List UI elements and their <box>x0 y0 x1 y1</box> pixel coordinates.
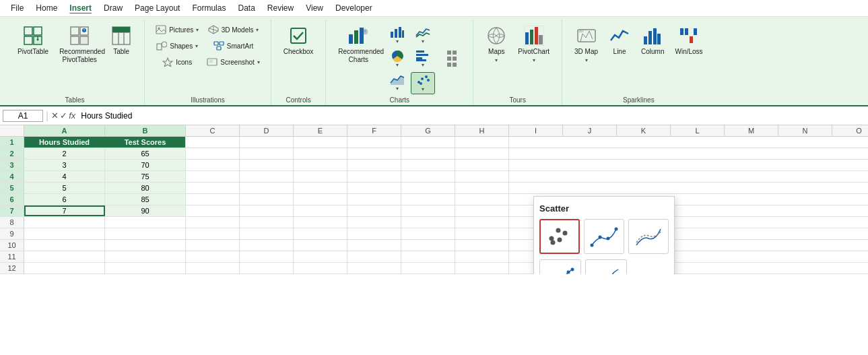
cell-g2[interactable] <box>401 148 455 159</box>
scatter-smooth-lines-markers-button[interactable] <box>584 219 624 254</box>
cell-b5[interactable]: 80 <box>105 183 186 193</box>
scatter-straight-markers-button[interactable] <box>539 259 581 274</box>
row-header-7[interactable]: 7 <box>0 205 24 216</box>
cell-d6[interactable] <box>240 194 294 205</box>
cell-c3[interactable] <box>186 160 240 170</box>
recommended-pivot-button[interactable]: ? Recommended PivotTables <box>55 22 104 71</box>
3d-models-button[interactable]: 3D Models ▾ <box>204 22 263 37</box>
3d-map-button[interactable]: 3D 3D Map ▾ <box>570 22 602 71</box>
menu-home[interactable]: Home <box>30 1 63 15</box>
sparkline-column-button[interactable]: Column <box>637 22 668 71</box>
cell-a5[interactable]: 5 <box>24 183 105 193</box>
pie-chart-button[interactable]: ▾ <box>385 49 409 69</box>
cell-d3[interactable] <box>240 160 294 170</box>
bar-chart-button[interactable]: ▾ <box>411 49 435 69</box>
menu-page-layout[interactable]: Page Layout <box>129 1 185 15</box>
column-chart-button[interactable]: ▾ <box>385 25 409 46</box>
confirm-input-icon[interactable]: ✓ <box>60 110 67 121</box>
cell-b2[interactable]: 65 <box>105 148 186 159</box>
cell-d1[interactable] <box>240 137 294 148</box>
maps-button[interactable]: Maps ▾ <box>481 22 511 71</box>
cell-f6[interactable] <box>347 194 401 205</box>
cell-e5[interactable] <box>294 183 347 193</box>
cell-f3[interactable] <box>347 160 401 170</box>
scatter-smooth-lines-button[interactable] <box>628 219 669 254</box>
scatter-chart-button[interactable]: ▾ <box>411 72 435 94</box>
row-header-12[interactable]: 12 <box>0 263 24 273</box>
cancel-input-icon[interactable]: ✕ <box>51 110 59 121</box>
area-chart-button[interactable]: ▾ <box>385 72 409 94</box>
row-header-2[interactable]: 2 <box>0 148 24 159</box>
col-header-j[interactable]: J <box>563 125 617 136</box>
cell-c7[interactable] <box>186 205 240 216</box>
win-loss-button[interactable]: Win/Loss <box>671 22 707 71</box>
cell-a3[interactable]: 3 <box>24 160 105 170</box>
pivot-table-button[interactable]: PivotTable <box>13 22 53 71</box>
col-header-h[interactable]: H <box>455 125 509 136</box>
row-header-3[interactable]: 3 <box>0 160 24 170</box>
scatter-dots-button[interactable] <box>539 219 580 254</box>
col-header-g[interactable]: G <box>401 125 455 136</box>
cell-f1[interactable] <box>347 137 401 148</box>
cell-reference-input[interactable] <box>3 110 43 122</box>
col-header-k[interactable]: K <box>617 125 671 136</box>
icons-button[interactable]: Icons <box>153 55 201 69</box>
col-header-a[interactable]: A <box>24 125 105 136</box>
cell-h7[interactable] <box>455 205 509 216</box>
cell-g4[interactable] <box>401 171 455 182</box>
cell-b6[interactable]: 85 <box>105 194 186 205</box>
cell-a7[interactable]: 7 <box>24 205 105 216</box>
cell-h1[interactable] <box>455 137 509 148</box>
col-header-n[interactable]: N <box>778 125 832 136</box>
menu-file[interactable]: File <box>5 1 29 15</box>
cell-h6[interactable] <box>455 194 509 205</box>
cell-a4[interactable]: 4 <box>24 171 105 182</box>
col-header-d[interactable]: D <box>240 125 294 136</box>
cell-b7[interactable]: 90 <box>105 205 186 216</box>
cell-a2[interactable]: 2 <box>24 148 105 159</box>
cell-a6[interactable]: 6 <box>24 194 105 205</box>
cell-c1[interactable] <box>186 137 240 148</box>
pictures-button[interactable]: Pictures ▾ <box>153 22 201 37</box>
cell-b1[interactable]: Test Scores <box>105 137 186 148</box>
other-charts-button[interactable] <box>440 48 465 69</box>
cell-c4[interactable] <box>186 171 240 182</box>
cell-b3[interactable]: 70 <box>105 160 186 170</box>
cell-g3[interactable] <box>401 160 455 170</box>
cell-c2[interactable] <box>186 148 240 159</box>
menu-draw[interactable]: Draw <box>98 1 128 15</box>
cell-h5[interactable] <box>455 183 509 193</box>
col-header-b[interactable]: B <box>105 125 186 136</box>
screenshot-button[interactable]: Screenshot ▾ <box>204 55 263 69</box>
formula-input[interactable] <box>78 111 865 121</box>
cell-f4[interactable] <box>347 171 401 182</box>
cell-a1[interactable]: Hours Studied <box>24 137 105 148</box>
cell-h2[interactable] <box>455 148 509 159</box>
col-header-m[interactable]: M <box>725 125 778 136</box>
cell-g1[interactable] <box>401 137 455 148</box>
cell-h4[interactable] <box>455 171 509 182</box>
menu-formulas[interactable]: Formulas <box>187 1 231 15</box>
cell-d7[interactable] <box>240 205 294 216</box>
menu-developer[interactable]: Developer <box>330 1 378 15</box>
cell-g7[interactable] <box>401 205 455 216</box>
cell-g5[interactable] <box>401 183 455 193</box>
menu-insert[interactable]: Insert <box>64 1 97 15</box>
col-header-f[interactable]: F <box>347 125 401 136</box>
col-header-c[interactable]: C <box>186 125 240 136</box>
col-header-o[interactable]: O <box>832 125 868 136</box>
cell-f5[interactable] <box>347 183 401 193</box>
line-chart-button[interactable]: ▾ <box>411 25 435 46</box>
cell-b4[interactable]: 75 <box>105 171 186 182</box>
col-header-l[interactable]: L <box>671 125 725 136</box>
cell-c8[interactable] <box>186 217 240 228</box>
pivot-chart-button[interactable]: PivotChart ▾ <box>514 22 554 71</box>
row-header-10[interactable]: 10 <box>0 240 24 251</box>
cell-f7[interactable] <box>347 205 401 216</box>
menu-view[interactable]: View <box>300 1 329 15</box>
row-header-1[interactable]: 1 <box>0 137 24 148</box>
cell-g6[interactable] <box>401 194 455 205</box>
cell-b8[interactable] <box>105 217 186 228</box>
cell-e3[interactable] <box>294 160 347 170</box>
row-header-5[interactable]: 5 <box>0 183 24 193</box>
